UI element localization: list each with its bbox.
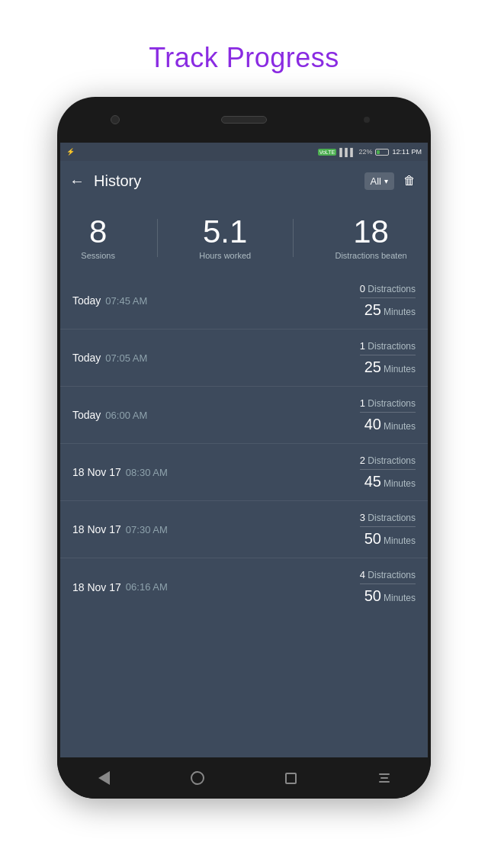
distraction-count: 2 Distractions [360, 455, 416, 466]
page-title: Track Progress [149, 42, 339, 74]
minutes-label: Minutes [384, 593, 416, 603]
session-stats: 3 Distractions 50 Minutes [360, 512, 416, 548]
back-button[interactable]: ← [69, 172, 85, 190]
battery-fill [377, 150, 379, 154]
session-row[interactable]: 18 Nov 17 06:16 AM 4 Distractions 50 Min… [60, 558, 428, 616]
menu-nav-button[interactable] [371, 764, 398, 792]
minutes-number: 50 [364, 587, 381, 605]
minutes-number: 50 [364, 530, 381, 548]
home-nav-icon [191, 771, 204, 785]
usb-icon: ⚡ [66, 148, 75, 156]
minutes-label: Minutes [384, 364, 416, 375]
status-bar: ⚡ VoLTE ▌▌▌ 22% 12:11 PM [60, 143, 428, 161]
session-divider [360, 297, 416, 298]
session-divider [360, 526, 416, 527]
session-row[interactable]: Today 07:45 AM 0 Distractions 25 Minutes [60, 272, 428, 330]
distraction-count: 1 Distractions [360, 340, 416, 352]
distraction-number: 1 [360, 340, 365, 352]
session-date-line: 18 Nov 17 07:30 AM [72, 523, 168, 535]
minutes-label: Minutes [384, 535, 416, 546]
minutes-label: Minutes [384, 478, 416, 489]
minutes-row: 45 Minutes [364, 473, 416, 490]
phone-bottom-bar [57, 757, 431, 799]
session-row[interactable]: Today 07:05 AM 1 Distractions 25 Minutes [60, 330, 428, 387]
session-date: 18 Nov 17 [72, 523, 121, 535]
session-date-line: 18 Nov 17 08:30 AM [72, 466, 168, 478]
stat-divider-1 [157, 219, 158, 257]
back-nav-button[interactable] [90, 764, 117, 792]
session-date-time: 18 Nov 17 06:16 AM [72, 581, 168, 593]
session-row[interactable]: 18 Nov 17 07:30 AM 3 Distractions 50 Min… [60, 501, 428, 558]
menu-nav-icon [379, 773, 390, 783]
session-divider [360, 583, 416, 584]
sessions-number: 8 [89, 216, 107, 248]
sessions-list: Today 07:45 AM 0 Distractions 25 Minutes… [60, 272, 428, 757]
distraction-count: 1 Distractions [360, 397, 416, 409]
session-stats: 2 Distractions 45 Minutes [360, 455, 416, 490]
session-row[interactable]: Today 06:00 AM 1 Distractions 40 Minutes [60, 387, 428, 444]
minutes-label: Minutes [384, 307, 416, 317]
volte-badge: VoLTE [318, 149, 337, 156]
hours-stat: 5.1 Hours worked [199, 216, 251, 260]
sessions-label: Sessions [81, 251, 115, 260]
distraction-number: 1 [360, 397, 365, 409]
distraction-count: 4 Distractions [360, 569, 416, 580]
filter-label: All [371, 175, 381, 187]
recent-nav-icon [285, 773, 297, 784]
session-time: 07:05 AM [105, 352, 147, 364]
session-time: 06:16 AM [126, 581, 168, 593]
sensor [364, 117, 370, 123]
session-stats: 1 Distractions 25 Minutes [360, 340, 416, 376]
minutes-row: 25 Minutes [364, 358, 416, 376]
session-row[interactable]: 18 Nov 17 08:30 AM 2 Distractions 45 Min… [60, 444, 428, 501]
session-divider [360, 412, 416, 413]
session-date: Today [72, 409, 101, 421]
hours-label: Hours worked [199, 251, 251, 260]
minutes-label: Minutes [384, 421, 416, 432]
stat-divider-2 [293, 219, 294, 257]
session-stats: 4 Distractions 50 Minutes [360, 569, 416, 605]
stats-section: 8 Sessions 5.1 Hours worked 18 Distracti… [60, 201, 428, 272]
header-title: History [94, 172, 364, 190]
status-left: ⚡ [66, 148, 75, 156]
filter-button[interactable]: All ▾ [364, 172, 394, 190]
delete-button[interactable]: 🗑 [400, 171, 419, 191]
header-actions: All ▾ 🗑 [364, 171, 419, 191]
session-date-line: Today 06:00 AM [72, 409, 147, 421]
battery-icon [375, 149, 389, 156]
app-header: ← History All ▾ 🗑 [60, 161, 428, 201]
recent-nav-button[interactable] [277, 764, 304, 792]
phone-speaker [221, 116, 267, 124]
session-time: 07:30 AM [126, 524, 168, 535]
back-nav-icon [98, 771, 110, 785]
session-date-line: Today 07:45 AM [72, 294, 147, 307]
home-nav-button[interactable] [184, 764, 211, 792]
session-date-time: 18 Nov 17 07:30 AM [72, 523, 168, 535]
session-date-time: Today 07:05 AM [72, 352, 147, 364]
distraction-count: 3 Distractions [360, 512, 416, 523]
session-stats: 1 Distractions 40 Minutes [360, 397, 416, 433]
session-date-line: 18 Nov 17 06:16 AM [72, 581, 168, 593]
distractions-number: 18 [353, 216, 389, 248]
chevron-down-icon: ▾ [384, 177, 388, 185]
distraction-number: 3 [360, 512, 365, 523]
distraction-number: 4 [360, 569, 365, 580]
distraction-number: 0 [360, 283, 365, 294]
phone-screen: ⚡ VoLTE ▌▌▌ 22% 12:11 PM ← History All ▾ [60, 143, 428, 757]
session-time: 07:45 AM [105, 295, 147, 307]
minutes-number: 45 [364, 473, 381, 490]
session-date-time: 18 Nov 17 08:30 AM [72, 466, 168, 478]
battery-percent: 22% [358, 148, 372, 156]
distractions-stat: 18 Distractions beaten [335, 216, 406, 260]
session-time: 06:00 AM [105, 410, 147, 421]
session-date-time: Today 07:45 AM [72, 294, 147, 307]
session-date-time: Today 06:00 AM [72, 409, 147, 421]
phone-top-bezel [57, 97, 431, 143]
sessions-stat: 8 Sessions [81, 216, 115, 260]
session-date: 18 Nov 17 [72, 581, 121, 593]
minutes-number: 25 [364, 358, 381, 376]
minutes-row: 50 Minutes [364, 587, 416, 605]
distraction-count: 0 Distractions [360, 283, 416, 294]
session-divider [360, 355, 416, 355]
minutes-row: 50 Minutes [364, 530, 416, 548]
